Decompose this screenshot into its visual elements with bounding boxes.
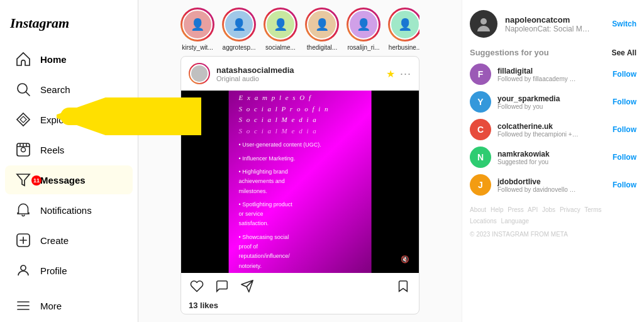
story-avatar: 👤 <box>347 8 380 42</box>
footer-link-language[interactable]: Language <box>501 218 530 225</box>
comment-button[interactable] <box>214 278 230 294</box>
footer-link-locations[interactable]: Locations <box>470 218 497 225</box>
post-username[interactable]: natashasocialmedia <box>216 65 380 75</box>
post-card: natashasocialmedia Original audio ★ ··· … <box>180 56 419 314</box>
follow-button-1[interactable]: Follow <box>613 70 636 79</box>
story-name: aggrotesp... <box>223 44 256 51</box>
volume-icon[interactable]: 🔇 <box>397 252 413 267</box>
svg-marker-2 <box>17 113 30 126</box>
follow-button-2[interactable]: Follow <box>613 97 636 106</box>
suggestion-info-2: your_sparkmedia Followed by you <box>497 94 606 110</box>
story-avatar: 👤 <box>180 8 214 42</box>
footer-link-privacy[interactable]: Privacy <box>560 206 580 213</box>
post-image-line3: S o c i a l M e d i a <box>239 114 318 126</box>
sidebar-item-reels[interactable]: Reels <box>5 135 133 164</box>
follow-button-4[interactable]: Follow <box>613 153 636 162</box>
story-item[interactable]: 👤 kirsty_wit... <box>180 8 214 51</box>
save-button[interactable] <box>395 278 411 294</box>
svg-marker-3 <box>20 116 26 123</box>
story-avatar: 👤 <box>305 8 339 42</box>
svg-line-1 <box>26 92 30 96</box>
explore-icon <box>15 111 31 128</box>
follow-button-5[interactable]: Follow <box>613 180 636 189</box>
suggestion-username-5[interactable]: jdobdortlive <box>497 177 606 186</box>
instagram-logo[interactable]: Instagram <box>0 8 138 44</box>
story-avatar: 👤 <box>264 8 297 42</box>
sidebar-item-create[interactable]: Create <box>5 226 133 255</box>
suggestion-item-3: C colcatherine.uk Followed by thecampion… <box>470 119 636 140</box>
suggestion-avatar-3: C <box>470 119 491 140</box>
post-subtitle: Original audio <box>216 75 380 82</box>
follow-button-3[interactable]: Follow <box>613 125 636 134</box>
footer-link-help[interactable]: Help <box>491 206 504 213</box>
right-profile-info: napoleoncatcom NapoleonCat: Social Media… <box>505 15 604 33</box>
sidebar-item-profile[interactable]: Profile <box>5 256 133 285</box>
post-avatar-inner <box>190 64 209 83</box>
suggestion-avatar-1: F <box>470 64 491 85</box>
post-actions <box>181 273 419 299</box>
right-profile-username[interactable]: napoleoncatcom <box>505 15 604 25</box>
post-image: E x a m p l e s O f S o c i a l P r o o … <box>181 91 419 273</box>
svg-point-5 <box>21 148 26 152</box>
suggestion-item-4: N namkrakowiak Suggested for you Follow <box>470 147 636 168</box>
suggestion-username-1[interactable]: filladigital <box>497 67 606 75</box>
share-button[interactable] <box>239 278 255 294</box>
right-profile-section: napoleoncatcom NapoleonCat: Social Media… <box>470 10 636 38</box>
sidebar-label-profile: Profile <box>40 265 67 276</box>
sidebar-label-reels: Reels <box>40 145 64 155</box>
sidebar-bottom: More <box>0 286 138 322</box>
footer-link-about[interactable]: About <box>470 206 486 213</box>
home-icon <box>15 51 31 67</box>
right-profile-avatar[interactable] <box>470 10 497 38</box>
sidebar-nav: Home Search Explore <box>0 44 138 286</box>
like-button[interactable] <box>189 278 205 294</box>
story-item[interactable]: 👤 rosalijn_ri... <box>347 8 380 51</box>
footer-link-press[interactable]: Press <box>508 206 524 213</box>
switch-account-button[interactable]: Switch <box>612 19 636 28</box>
sidebar-item-notifications[interactable]: Notifications <box>5 196 133 225</box>
suggestions-title: Suggestions for you <box>470 48 549 57</box>
more-options-button[interactable]: ··· <box>400 67 411 80</box>
suggestion-info-4: namkrakowiak Suggested for you <box>497 150 606 165</box>
story-avatar-inner: 👤 <box>307 9 337 40</box>
story-avatar-inner: 👤 <box>224 9 254 40</box>
sidebar-item-more[interactable]: More <box>5 291 133 320</box>
sidebar: Instagram Home Search <box>0 0 138 322</box>
story-item[interactable]: 👤 aggrotesp... <box>222 8 256 51</box>
post-user-info: natashasocialmedia Original audio <box>216 65 380 82</box>
stories-bar: 👤 kirsty_wit... 👤 aggrotesp... 👤 socialm… <box>180 0 419 56</box>
suggestion-username-3[interactable]: colcatherine.uk <box>497 122 606 131</box>
footer-link-terms[interactable]: Terms <box>584 206 601 213</box>
story-avatar-inner: 👤 <box>265 9 296 40</box>
sidebar-item-explore[interactable]: Explore <box>5 105 133 134</box>
suggestion-info-5: jdobdortlive Followed by davidnovello + … <box>497 177 606 193</box>
suggestion-username-4[interactable]: namkrakowiak <box>497 150 606 158</box>
sidebar-label-explore: Explore <box>40 114 72 125</box>
search-icon <box>15 81 31 97</box>
star-icon[interactable]: ★ <box>386 68 395 80</box>
see-all-button[interactable]: See All <box>611 48 636 57</box>
story-name: socialme... <box>265 44 296 51</box>
story-item[interactable]: 👤 herbusine... <box>388 8 419 51</box>
sidebar-label-more: More <box>40 301 62 311</box>
story-name: thedigital... <box>307 44 337 51</box>
footer-link-jobs[interactable]: Jobs <box>542 206 555 213</box>
post-bullet-3: • Highlighting brandachievements andmile… <box>239 167 288 196</box>
story-item[interactable]: 👤 socialme... <box>264 8 297 51</box>
post-bullet-1: • User-generated content (UGC). <box>239 140 321 150</box>
sidebar-label-home: Home <box>40 54 67 65</box>
suggestion-sub-5: Followed by davidnovello + 3 more <box>497 186 579 193</box>
messages-badge: 11 <box>31 175 42 186</box>
post-bullet-4: • Spotlighting productor servicesatisfac… <box>239 200 292 229</box>
suggestions-header: Suggestions for you See All <box>470 48 636 57</box>
story-item[interactable]: 👤 thedigital... <box>305 8 339 51</box>
notifications-icon <box>15 202 31 218</box>
sidebar-item-home[interactable]: Home <box>5 45 133 74</box>
sidebar-item-search[interactable]: Search <box>5 75 133 104</box>
messages-icon: 11 <box>15 172 31 188</box>
sidebar-label-search: Search <box>40 84 70 95</box>
suggestion-username-2[interactable]: your_sparkmedia <box>497 94 606 103</box>
story-avatar: 👤 <box>388 8 419 42</box>
sidebar-item-messages[interactable]: 11 Messages <box>5 165 133 194</box>
footer-link-api[interactable]: API <box>528 206 538 213</box>
